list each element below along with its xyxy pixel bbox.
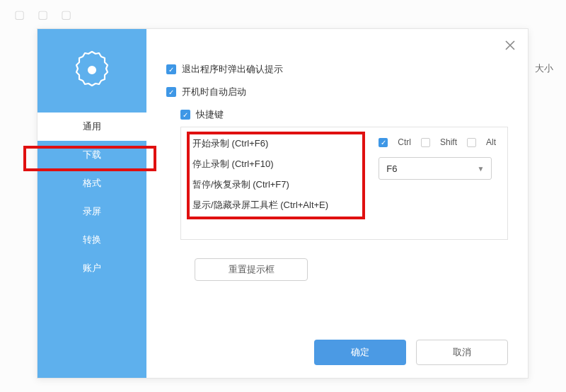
ctrl-label: Ctrl	[398, 137, 411, 147]
startup-row[interactable]: ✓ 开机时自动启动	[166, 86, 508, 98]
settings-dialog: 通用 下载 格式 录屏 转换 账户 ✓ 退出程序时弹出确认提示 ✓ 开机时自动启…	[37, 28, 529, 379]
cancel-label: 取消	[453, 346, 471, 359]
cancel-button[interactable]: 取消	[416, 340, 508, 365]
sidebar-item-label: 下载	[83, 149, 101, 161]
ctrl-checkbox[interactable]: ✓	[379, 138, 388, 147]
sidebar-item-general[interactable]: 通用	[37, 113, 146, 141]
checkbox-checked-icon: ✓	[180, 110, 190, 120]
sidebar-item-label: 格式	[83, 177, 101, 190]
startup-label: 开机时自动启动	[182, 86, 246, 98]
alt-label: Alt	[486, 137, 496, 147]
settings-sidebar: 通用 下载 格式 录屏 转换 账户	[37, 29, 146, 378]
sidebar-item-label: 通用	[83, 120, 101, 133]
reset-button[interactable]: 重置提示框	[195, 258, 308, 281]
dialog-footer: 确定 取消	[314, 340, 508, 365]
background-toolbar: ▢ ▢ ▢	[0, 0, 566, 28]
exit-confirm-label: 退出程序时弹出确认提示	[182, 63, 283, 76]
key-select-dropdown[interactable]: F6 ▼	[379, 157, 492, 180]
hotkey-item[interactable]: 暂停/恢复录制 (Ctrl+F7)	[192, 178, 496, 191]
ok-label: 确定	[351, 346, 369, 359]
modifier-row: ✓ Ctrl Shift Alt	[379, 137, 496, 147]
reset-label: 重置提示框	[229, 263, 275, 276]
sidebar-item-record[interactable]: 录屏	[37, 197, 146, 226]
sidebar-item-download[interactable]: 下载	[37, 141, 146, 169]
checkbox-checked-icon: ✓	[166, 64, 176, 74]
exit-confirm-row[interactable]: ✓ 退出程序时弹出确认提示	[166, 63, 508, 76]
hotkey-item[interactable]: 显示/隐藏录屏工具栏 (Ctrl+Alt+E)	[192, 199, 496, 212]
gear-icon	[69, 47, 115, 93]
ok-button[interactable]: 确定	[314, 340, 406, 365]
hotkey-panel: 开始录制 (Ctrl+F6) 停止录制 (Ctrl+F10) 暂停/恢复录制 (…	[180, 127, 508, 240]
checkbox-checked-icon: ✓	[166, 87, 176, 97]
close-button[interactable]	[504, 39, 516, 54]
shift-checkbox[interactable]	[421, 138, 430, 147]
sidebar-item-account[interactable]: 账户	[37, 254, 146, 282]
sidebar-item-label: 账户	[83, 262, 101, 275]
sidebar-item-convert[interactable]: 转换	[37, 226, 146, 254]
toolbar-icon: ▢	[14, 8, 25, 21]
sidebar-item-format[interactable]: 格式	[37, 169, 146, 197]
toolbar-icon: ▢	[61, 8, 71, 21]
alt-checkbox[interactable]	[467, 138, 476, 147]
hotkey-enable-row[interactable]: ✓ 快捷键	[180, 108, 508, 121]
sidebar-item-label: 录屏	[83, 205, 101, 218]
settings-content: ✓ 退出程序时弹出确认提示 ✓ 开机时自动启动 ✓ 快捷键 开始录制 (Ctrl…	[146, 29, 528, 378]
hotkey-label: 快捷键	[196, 108, 224, 121]
key-select-value: F6	[386, 163, 397, 174]
toolbar-icon: ▢	[37, 8, 48, 21]
column-header-size: 大小	[535, 62, 553, 75]
svg-point-0	[88, 67, 96, 74]
shift-label: Shift	[440, 137, 457, 147]
sidebar-item-label: 转换	[83, 234, 101, 246]
chevron-down-icon: ▼	[477, 165, 484, 173]
